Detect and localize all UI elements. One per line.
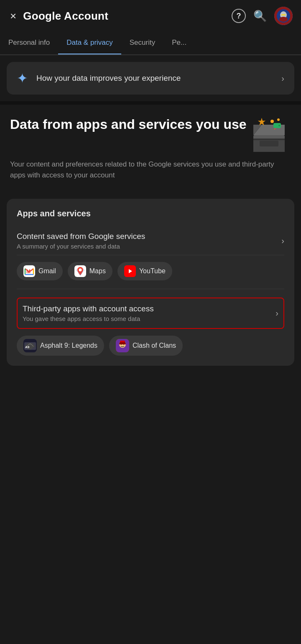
third-party-highlighted: Third-party apps with account access You…: [17, 298, 284, 329]
svg-rect-11: [260, 141, 278, 146]
how-data-text: How your data improves your experience: [36, 73, 273, 84]
youtube-chip-label: YouTube: [139, 267, 166, 275]
section-divider: [0, 101, 301, 105]
asphalt9-chip-label: Asphalt 9: Legends: [40, 342, 97, 349]
avatar-image: [274, 7, 293, 25]
maps-chip-label: Maps: [89, 267, 106, 275]
chevron-right-icon: ›: [281, 74, 284, 83]
tab-personal-info[interactable]: Personal info: [0, 32, 58, 55]
header-icons: ? 🔍: [232, 7, 293, 25]
gmail-chip[interactable]: M Gmail: [17, 262, 63, 280]
svg-rect-4: [281, 14, 286, 15]
asphalt9-icon: A9: [23, 339, 37, 352]
gmail-chip-label: Gmail: [38, 267, 56, 275]
third-party-chips: A9 Asphalt 9: Legends Cla: [17, 336, 284, 356]
third-party-subtitle: You gave these apps access to some data: [23, 315, 275, 322]
svg-rect-7: [253, 139, 285, 140]
section-description: Your content and preferences related to …: [0, 159, 301, 192]
header: × Google Account ? 🔍: [0, 0, 301, 32]
apps-services-card: Apps and services Content saved from Goo…: [7, 199, 294, 366]
how-data-row[interactable]: ✦ How your data improves your experience…: [7, 62, 294, 95]
svg-point-3: [279, 17, 288, 22]
close-button[interactable]: ×: [8, 8, 18, 24]
svg-marker-19: [129, 269, 132, 273]
youtube-chip[interactable]: YouTube: [117, 262, 172, 280]
svg-rect-27: [120, 341, 125, 342]
clash-of-clans-chip-label: Clash of Clans: [133, 342, 176, 349]
maps-chip[interactable]: Maps: [68, 262, 112, 280]
gmail-icon: M: [23, 265, 35, 277]
help-icon[interactable]: ?: [232, 9, 246, 23]
youtube-icon: [124, 265, 136, 277]
svg-point-8: [270, 120, 274, 123]
google-app-chips: M Gmail Maps Yo: [17, 262, 284, 280]
svg-text:A9: A9: [25, 345, 30, 349]
svg-point-14: [278, 125, 280, 126]
content-saved-subtitle: A summary of your services and data: [17, 243, 281, 250]
third-party-chevron-icon: ›: [275, 308, 278, 318]
section-title: Data from apps and services you use: [10, 116, 249, 132]
third-party-item[interactable]: Third-party apps with account access You…: [18, 298, 283, 328]
tab-security[interactable]: Security: [121, 32, 163, 55]
how-data-card: ✦ How your data improves your experience…: [7, 62, 294, 95]
avatar[interactable]: [274, 7, 293, 25]
svg-text:M: M: [26, 269, 31, 275]
content-saved-chevron-icon: ›: [281, 236, 284, 246]
content-saved-content: Content saved from Google services A sum…: [17, 232, 281, 250]
asphalt9-chip[interactable]: A9 Asphalt 9: Legends: [17, 336, 104, 356]
page-title: Google Account: [23, 10, 227, 23]
section-illustration: ♪: [249, 116, 291, 154]
tab-data-privacy[interactable]: Data & privacy: [58, 32, 121, 55]
clash-of-clans-icon: [116, 339, 129, 352]
svg-point-18: [79, 269, 82, 272]
svg-point-9: [277, 118, 280, 121]
content-saved-title: Content saved from Google services: [17, 232, 281, 241]
section-header-area: Data from apps and services you use ♪: [0, 105, 301, 192]
content-saved-item[interactable]: Content saved from Google services A sum…: [17, 227, 284, 255]
search-icon[interactable]: 🔍: [253, 10, 267, 23]
section-header: Data from apps and services you use ♪: [0, 105, 301, 159]
third-party-content: Third-party apps with account access You…: [23, 304, 275, 322]
apps-services-title: Apps and services: [17, 209, 284, 218]
sparkle-icon: ✦: [17, 70, 28, 86]
tab-people[interactable]: Pe...: [163, 32, 195, 55]
svg-marker-12: [258, 118, 265, 125]
tabs-container: Personal info Data & privacy Security Pe…: [0, 32, 301, 55]
clash-of-clans-chip[interactable]: Clash of Clans: [109, 336, 183, 356]
third-party-title: Third-party apps with account access: [23, 304, 275, 313]
maps-icon: [74, 265, 86, 277]
